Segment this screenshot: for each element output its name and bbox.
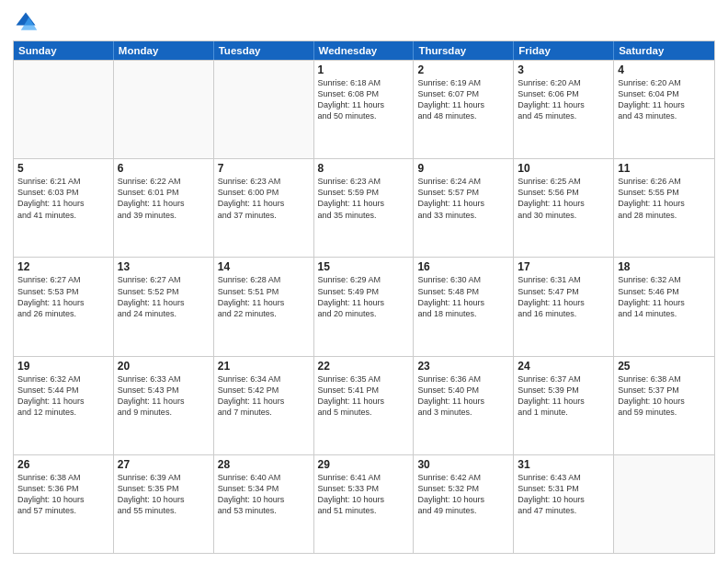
calendar-cell-2-3: 15Sunrise: 6:29 AM Sunset: 5:49 PM Dayli…	[314, 258, 415, 355]
weekday-header-thursday: Thursday	[414, 41, 514, 60]
cell-info: Sunrise: 6:43 AM Sunset: 5:31 PM Dayligh…	[518, 472, 609, 517]
cell-info: Sunrise: 6:36 AM Sunset: 5:40 PM Dayligh…	[417, 373, 509, 419]
calendar-cell-4-1: 27Sunrise: 6:39 AM Sunset: 5:35 PM Dayli…	[114, 455, 214, 553]
calendar-cell-3-4: 23Sunrise: 6:36 AM Sunset: 5:40 PM Dayli…	[414, 357, 514, 454]
cell-info: Sunrise: 6:42 AM Sunset: 5:32 PM Dayligh…	[417, 472, 509, 517]
day-number: 24	[518, 360, 609, 373]
calendar-cell-2-1: 13Sunrise: 6:27 AM Sunset: 5:52 PM Dayli…	[114, 258, 214, 355]
day-number: 16	[417, 260, 509, 273]
day-number: 26	[17, 458, 109, 471]
cell-info: Sunrise: 6:38 AM Sunset: 5:36 PM Dayligh…	[17, 472, 109, 517]
calendar-cell-3-6: 25Sunrise: 6:38 AM Sunset: 5:37 PM Dayli…	[614, 357, 714, 454]
day-number: 2	[417, 63, 509, 76]
cell-info: Sunrise: 6:32 AM Sunset: 5:44 PM Dayligh…	[17, 373, 109, 419]
calendar-cell-0-2	[214, 61, 314, 158]
calendar-cell-3-0: 19Sunrise: 6:32 AM Sunset: 5:44 PM Dayli…	[14, 357, 114, 454]
cell-info: Sunrise: 6:39 AM Sunset: 5:35 PM Dayligh…	[118, 472, 210, 517]
weekday-header-sunday: Sunday	[14, 41, 114, 60]
cell-info: Sunrise: 6:20 AM Sunset: 6:06 PM Dayligh…	[518, 77, 609, 122]
calendar-cell-4-0: 26Sunrise: 6:38 AM Sunset: 5:36 PM Dayli…	[14, 455, 114, 553]
calendar-cell-4-3: 29Sunrise: 6:41 AM Sunset: 5:33 PM Dayli…	[314, 455, 415, 553]
cell-info: Sunrise: 6:30 AM Sunset: 5:48 PM Dayligh…	[417, 274, 509, 319]
day-number: 8	[318, 162, 410, 175]
cell-info: Sunrise: 6:18 AM Sunset: 6:08 PM Dayligh…	[318, 77, 410, 122]
calendar-cell-0-5: 3Sunrise: 6:20 AM Sunset: 6:06 PM Daylig…	[514, 61, 614, 158]
calendar-row-1: 5Sunrise: 6:21 AM Sunset: 6:03 PM Daylig…	[14, 158, 714, 257]
weekday-header-saturday: Saturday	[614, 41, 714, 60]
calendar-cell-1-4: 9Sunrise: 6:24 AM Sunset: 5:57 PM Daylig…	[414, 159, 514, 257]
day-number: 15	[318, 260, 410, 273]
calendar: SundayMondayTuesdayWednesdayThursdayFrid…	[13, 40, 715, 554]
calendar-cell-1-3: 8Sunrise: 6:23 AM Sunset: 5:59 PM Daylig…	[314, 159, 415, 257]
calendar-cell-2-5: 17Sunrise: 6:31 AM Sunset: 5:47 PM Dayli…	[514, 258, 614, 355]
cell-info: Sunrise: 6:28 AM Sunset: 5:51 PM Dayligh…	[218, 274, 310, 319]
calendar-cell-3-3: 22Sunrise: 6:35 AM Sunset: 5:41 PM Dayli…	[314, 357, 415, 454]
day-number: 21	[218, 360, 310, 373]
cell-info: Sunrise: 6:41 AM Sunset: 5:33 PM Dayligh…	[318, 472, 410, 517]
weekday-header-monday: Monday	[114, 41, 214, 60]
cell-info: Sunrise: 6:33 AM Sunset: 5:43 PM Dayligh…	[118, 373, 210, 419]
day-number: 25	[618, 360, 711, 373]
day-number: 30	[417, 458, 509, 471]
weekday-header-friday: Friday	[514, 41, 614, 60]
cell-info: Sunrise: 6:26 AM Sunset: 5:55 PM Dayligh…	[618, 176, 711, 221]
cell-info: Sunrise: 6:32 AM Sunset: 5:46 PM Dayligh…	[618, 274, 711, 319]
day-number: 11	[618, 162, 711, 175]
calendar-body: 1Sunrise: 6:18 AM Sunset: 6:08 PM Daylig…	[14, 60, 714, 553]
day-number: 13	[118, 260, 210, 273]
cell-info: Sunrise: 6:29 AM Sunset: 5:49 PM Dayligh…	[318, 274, 410, 319]
day-number: 28	[218, 458, 310, 471]
calendar-cell-1-6: 11Sunrise: 6:26 AM Sunset: 5:55 PM Dayli…	[614, 159, 714, 257]
calendar-cell-4-4: 30Sunrise: 6:42 AM Sunset: 5:32 PM Dayli…	[414, 455, 514, 553]
calendar-cell-1-0: 5Sunrise: 6:21 AM Sunset: 6:03 PM Daylig…	[14, 159, 114, 257]
day-number: 29	[318, 458, 410, 471]
day-number: 22	[318, 360, 410, 373]
day-number: 4	[618, 63, 711, 76]
day-number: 17	[518, 260, 609, 273]
logo	[13, 9, 42, 35]
cell-info: Sunrise: 6:22 AM Sunset: 6:01 PM Dayligh…	[118, 176, 210, 221]
calendar-cell-1-1: 6Sunrise: 6:22 AM Sunset: 6:01 PM Daylig…	[114, 159, 214, 257]
day-number: 20	[118, 360, 210, 373]
day-number: 7	[218, 162, 310, 175]
calendar-row-4: 26Sunrise: 6:38 AM Sunset: 5:36 PM Dayli…	[14, 454, 714, 553]
cell-info: Sunrise: 6:40 AM Sunset: 5:34 PM Dayligh…	[218, 472, 310, 517]
cell-info: Sunrise: 6:34 AM Sunset: 5:42 PM Dayligh…	[218, 373, 310, 419]
cell-info: Sunrise: 6:35 AM Sunset: 5:41 PM Dayligh…	[318, 373, 410, 419]
day-number: 14	[218, 260, 310, 273]
calendar-cell-0-1	[114, 61, 214, 158]
calendar-row-0: 1Sunrise: 6:18 AM Sunset: 6:08 PM Daylig…	[14, 60, 714, 158]
day-number: 19	[17, 360, 109, 373]
day-number: 5	[17, 162, 109, 175]
day-number: 27	[118, 458, 210, 471]
cell-info: Sunrise: 6:21 AM Sunset: 6:03 PM Dayligh…	[17, 176, 109, 221]
calendar-cell-4-6	[614, 455, 714, 553]
calendar-cell-1-5: 10Sunrise: 6:25 AM Sunset: 5:56 PM Dayli…	[514, 159, 614, 257]
cell-info: Sunrise: 6:25 AM Sunset: 5:56 PM Dayligh…	[518, 176, 609, 221]
cell-info: Sunrise: 6:31 AM Sunset: 5:47 PM Dayligh…	[518, 274, 609, 319]
calendar-header: SundayMondayTuesdayWednesdayThursdayFrid…	[14, 41, 714, 60]
calendar-cell-1-2: 7Sunrise: 6:23 AM Sunset: 6:00 PM Daylig…	[214, 159, 314, 257]
calendar-cell-0-0	[14, 61, 114, 158]
cell-info: Sunrise: 6:20 AM Sunset: 6:04 PM Dayligh…	[618, 77, 711, 122]
day-number: 18	[618, 260, 711, 273]
cell-info: Sunrise: 6:19 AM Sunset: 6:07 PM Dayligh…	[417, 77, 509, 122]
cell-info: Sunrise: 6:38 AM Sunset: 5:37 PM Dayligh…	[618, 373, 711, 419]
cell-info: Sunrise: 6:23 AM Sunset: 5:59 PM Dayligh…	[318, 176, 410, 221]
calendar-cell-2-6: 18Sunrise: 6:32 AM Sunset: 5:46 PM Dayli…	[614, 258, 714, 355]
weekday-header-wednesday: Wednesday	[314, 41, 415, 60]
calendar-cell-4-2: 28Sunrise: 6:40 AM Sunset: 5:34 PM Dayli…	[214, 455, 314, 553]
calendar-row-3: 19Sunrise: 6:32 AM Sunset: 5:44 PM Dayli…	[14, 356, 714, 454]
calendar-cell-3-1: 20Sunrise: 6:33 AM Sunset: 5:43 PM Dayli…	[114, 357, 214, 454]
calendar-cell-4-5: 31Sunrise: 6:43 AM Sunset: 5:31 PM Dayli…	[514, 455, 614, 553]
calendar-cell-3-5: 24Sunrise: 6:37 AM Sunset: 5:39 PM Dayli…	[514, 357, 614, 454]
calendar-cell-2-4: 16Sunrise: 6:30 AM Sunset: 5:48 PM Dayli…	[414, 258, 514, 355]
calendar-cell-0-6: 4Sunrise: 6:20 AM Sunset: 6:04 PM Daylig…	[614, 61, 714, 158]
day-number: 3	[518, 63, 609, 76]
day-number: 12	[17, 260, 109, 273]
cell-info: Sunrise: 6:24 AM Sunset: 5:57 PM Dayligh…	[417, 176, 509, 221]
calendar-cell-0-4: 2Sunrise: 6:19 AM Sunset: 6:07 PM Daylig…	[414, 61, 514, 158]
cell-info: Sunrise: 6:23 AM Sunset: 6:00 PM Dayligh…	[218, 176, 310, 221]
day-number: 1	[318, 63, 410, 76]
day-number: 6	[118, 162, 210, 175]
